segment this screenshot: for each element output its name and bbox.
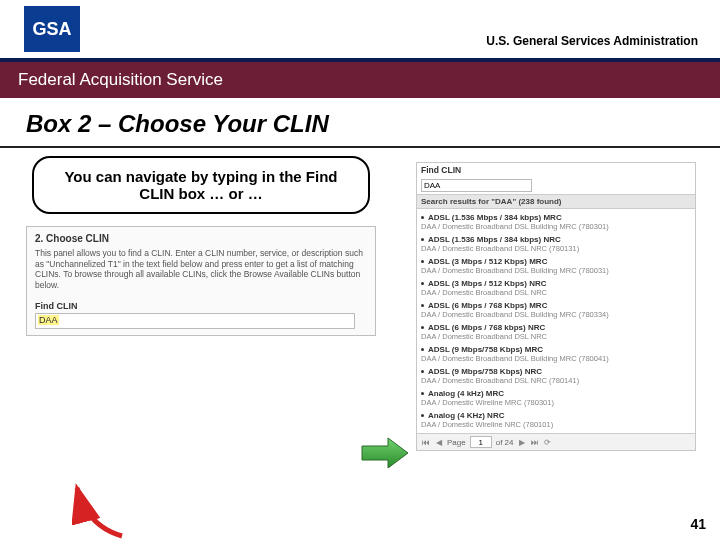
prev-page-icon[interactable]: ◀ — [434, 438, 443, 447]
fas-bar: Federal Acquisition Service — [0, 62, 720, 98]
list-item[interactable]: ADSL (9 Mbps/758 Kbps) NRCDAA / Domestic… — [421, 365, 695, 387]
red-highlight-arrow-icon — [72, 476, 142, 540]
last-page-icon[interactable]: ⏭ — [530, 438, 539, 447]
find-clin-label: Find CLIN — [35, 301, 367, 311]
pager: ⏮ ◀ Page of 24 ▶ ⏭ ⟳ — [417, 433, 695, 450]
list-item[interactable]: ADSL (6 Mbps / 768 kbps) NRCDAA / Domest… — [421, 321, 695, 343]
choose-clin-panel: 2. Choose CLIN This panel allows you to … — [26, 226, 376, 336]
first-page-icon[interactable]: ⏮ — [421, 438, 430, 447]
list-item[interactable]: Analog (4 KHz) NRCDAA / Domestic Wirelin… — [421, 409, 695, 431]
of-label: of 24 — [496, 438, 514, 447]
results-find-input[interactable] — [421, 179, 532, 192]
list-item[interactable]: ADSL (9 Mbps/758 Kbps) MRCDAA / Domestic… — [421, 343, 695, 365]
page-label: Page — [447, 438, 466, 447]
green-right-arrow-icon — [360, 436, 410, 470]
list-item[interactable]: ADSL (6 Mbps / 768 Kbps) MRCDAA / Domest… — [421, 299, 695, 321]
next-page-icon[interactable]: ▶ — [517, 438, 526, 447]
panel-body: This panel allows you to find a CLIN. En… — [35, 248, 367, 291]
list-item[interactable]: ADSL (1.536 Mbps / 384 kbps) MRCDAA / Do… — [421, 211, 695, 233]
refresh-icon[interactable]: ⟳ — [543, 438, 552, 447]
page-number: 41 — [690, 516, 706, 532]
gsa-logo: GSA — [24, 6, 80, 52]
find-clin-input[interactable]: DAA — [35, 313, 355, 329]
section-title: Box 2 – Choose Your CLIN — [0, 98, 720, 148]
header-admin-title: U.S. General Services Administration — [486, 34, 698, 48]
list-item[interactable]: ADSL (3 Mbps / 512 Kbps) NRCDAA / Domest… — [421, 277, 695, 299]
results-list: ADSL (1.536 Mbps / 384 kbps) MRCDAA / Do… — [417, 209, 695, 433]
results-find-label: Find CLIN — [417, 163, 695, 177]
list-item[interactable]: ADSL (1.536 Mbps / 384 kbps) NRCDAA / Do… — [421, 233, 695, 255]
panel-heading: 2. Choose CLIN — [35, 233, 367, 244]
list-item[interactable]: Analog (4 kHz) MRCDAA / Domestic Wirelin… — [421, 387, 695, 409]
callout-tip: You can navigate by typing in the Find C… — [32, 156, 370, 214]
results-panel: Find CLIN Search results for "DAA" (238 … — [416, 162, 696, 451]
page-input[interactable] — [470, 436, 492, 448]
list-item[interactable]: ADSL (3 Mbps / 512 Kbps) MRCDAA / Domest… — [421, 255, 695, 277]
results-count-bar: Search results for "DAA" (238 found) — [417, 194, 695, 209]
